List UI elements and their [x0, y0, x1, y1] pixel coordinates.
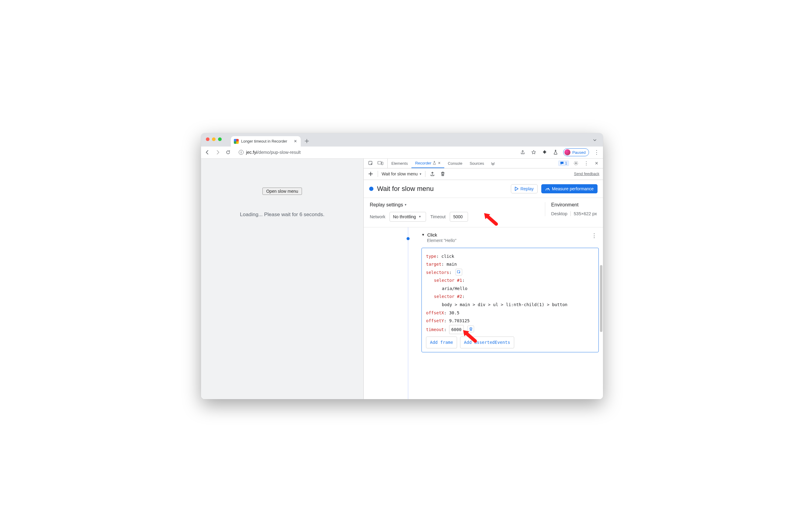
gauge-icon	[545, 187, 550, 191]
devtools-tabbar: Elements Recorder ✕ Console Sources 1	[364, 159, 603, 168]
favicon-icon	[234, 139, 239, 144]
type-value[interactable]: click	[442, 254, 454, 259]
step-header[interactable]: ▼ Click	[422, 232, 599, 238]
window-controls	[206, 137, 222, 141]
caret-down-icon: ▼	[422, 233, 425, 236]
selector2-value[interactable]: body > main > div > ul > li:nth-child(1)…	[442, 302, 567, 307]
target-key: target	[426, 262, 442, 267]
steps-area: ⋮ ▼ Click Element "Hello" type: click ta…	[364, 227, 603, 399]
replay-label: Replay	[520, 186, 534, 191]
chrome-menu-button[interactable]: ⋮	[593, 149, 600, 156]
flask-icon	[433, 161, 436, 165]
recording-status-icon	[369, 187, 373, 191]
measure-performance-button[interactable]: Measure performance	[541, 184, 598, 193]
url-path: /demo/pup-slow-result	[257, 150, 301, 155]
selector1-value[interactable]: aria/Hello	[442, 286, 467, 291]
svg-rect-1	[378, 162, 381, 164]
timeout-label: Timeout	[430, 214, 446, 219]
browser-window: Longer timeout in Recorder ✕ i jec.fyi/d…	[201, 133, 603, 399]
devtools-menu-icon[interactable]: ⋮	[583, 160, 590, 167]
measure-label: Measure performance	[552, 186, 594, 191]
replay-button[interactable]: Replay	[511, 184, 538, 193]
tab-console[interactable]: Console	[444, 159, 466, 168]
add-asserted-events-button[interactable]: Add assertedEvents	[460, 337, 514, 348]
back-button[interactable]	[204, 149, 211, 156]
svg-point-3	[575, 163, 577, 164]
step-details: type: click target: main selectors: sele…	[422, 248, 599, 353]
environment-viewport: 535×622 px	[571, 211, 597, 216]
issues-count: 1	[565, 161, 567, 165]
scrollbar[interactable]	[600, 265, 602, 332]
inspect-icon[interactable]	[367, 160, 374, 167]
site-info-icon[interactable]: i	[239, 150, 244, 155]
svg-rect-2	[381, 162, 383, 165]
settings-icon[interactable]	[573, 160, 579, 167]
step-timeout-input[interactable]: 6000	[449, 325, 464, 335]
step-name: Click	[427, 232, 437, 238]
replay-settings-section: Replay settings ▾ Network No throttling …	[364, 198, 603, 227]
step-menu-button[interactable]: ⋮	[592, 232, 597, 239]
tab-elements[interactable]: Elements	[388, 159, 411, 168]
flow-selector-label: Wait for slow menu	[381, 171, 418, 176]
url-host: jec.fyi	[246, 150, 257, 155]
new-recording-button[interactable]	[367, 171, 374, 177]
replay-settings-toggle[interactable]: Replay settings ▾	[370, 202, 545, 208]
tab-title: Longer timeout in Recorder	[241, 139, 287, 144]
extensions-icon[interactable]	[541, 149, 548, 156]
tab-recorder-close[interactable]: ✕	[438, 161, 441, 165]
browser-tab[interactable]: Longer timeout in Recorder ✕	[231, 136, 301, 147]
device-toggle-icon[interactable]	[377, 160, 384, 167]
content-area: Open slow menu Loading... Please wait fo…	[201, 159, 603, 399]
forward-button[interactable]	[214, 149, 221, 156]
new-tab-button[interactable]	[303, 137, 311, 145]
profile-paused-button[interactable]: Paused	[563, 148, 589, 156]
open-slow-menu-button[interactable]: Open slow menu	[262, 188, 302, 195]
issues-badge[interactable]: 1	[558, 160, 569, 166]
address-bar[interactable]: i jec.fyi/demo/pup-slow-result	[235, 148, 516, 157]
share-icon[interactable]	[519, 149, 526, 156]
separator	[378, 171, 378, 177]
window-minimize-icon[interactable]	[212, 137, 216, 141]
send-feedback-link[interactable]: Send feedback	[574, 172, 599, 176]
throttling-select[interactable]: No throttling ▾	[390, 212, 426, 222]
offsetx-value[interactable]: 30.5	[449, 310, 460, 315]
target-value[interactable]: main	[446, 262, 457, 267]
environment-section: Environment Desktop 535×622 px	[545, 202, 597, 216]
tab-close-button[interactable]: ✕	[293, 139, 298, 144]
offsety-value[interactable]: 9.703125	[449, 318, 469, 323]
offsetx-key: offsetX	[426, 310, 444, 315]
chat-icon	[560, 162, 564, 165]
devtools-close-icon[interactable]: ✕	[593, 160, 600, 167]
export-button[interactable]	[429, 171, 436, 177]
selector1-key: selector #1	[434, 278, 462, 283]
recorder-toolbar: Wait for slow menu ▾ Send feedback	[364, 168, 603, 180]
devtools-panel: Elements Recorder ✕ Console Sources 1	[364, 159, 603, 399]
page-viewport: Open slow menu Loading... Please wait fo…	[201, 159, 364, 399]
window-zoom-icon[interactable]	[218, 137, 222, 141]
selector2-key: selector #2	[434, 294, 462, 299]
select-element-button[interactable]	[455, 269, 462, 276]
selectors-key: selectors	[426, 270, 449, 275]
labs-icon[interactable]	[552, 149, 559, 156]
play-icon	[515, 187, 519, 191]
tabstrip-chevron-icon[interactable]	[592, 137, 598, 144]
add-frame-button[interactable]: Add frame	[426, 337, 457, 348]
flow-header: Wait for slow menu Replay Measure perfor…	[364, 180, 603, 198]
delete-button[interactable]	[440, 171, 446, 177]
loading-text: Loading... Please wait for 6 seconds.	[240, 212, 324, 218]
tab-sources[interactable]: Sources	[466, 159, 488, 168]
step-timeout-key: timeout	[426, 327, 444, 332]
environment-device: Desktop	[551, 211, 567, 216]
flow-selector[interactable]: Wait for slow menu ▾	[381, 171, 422, 176]
bookmark-icon[interactable]	[530, 149, 537, 156]
tabs-overflow-button[interactable]	[488, 159, 498, 168]
window-close-icon[interactable]	[206, 137, 209, 141]
avatar-icon	[564, 149, 571, 155]
throttling-value: No throttling	[393, 214, 416, 219]
step-timeout-delete-button[interactable]	[467, 326, 474, 332]
timeout-input[interactable]: 5000	[450, 212, 468, 222]
tab-recorder[interactable]: Recorder ✕	[411, 159, 444, 168]
type-key: type	[426, 254, 436, 259]
chrome-toolbar: i jec.fyi/demo/pup-slow-result Paused ⋮	[201, 147, 603, 159]
reload-button[interactable]	[225, 149, 231, 156]
